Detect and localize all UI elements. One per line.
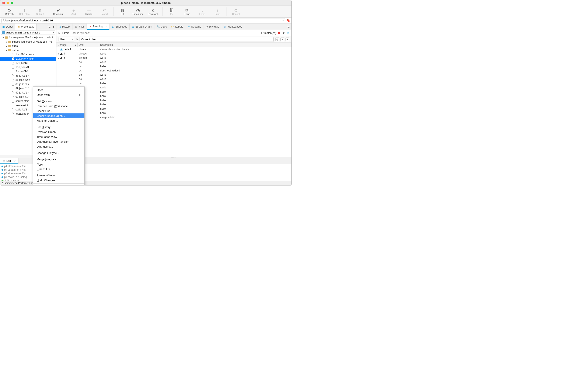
tab-history[interactable]: ◷History — [56, 23, 73, 30]
tab-log-close-icon[interactable]: ⊗ — [13, 159, 16, 162]
tree-expand-icon[interactable]: ▶ — [5, 45, 8, 47]
refresh-button[interactable]: ⟳Refresh — [2, 7, 17, 17]
menu-item[interactable]: Open — [33, 88, 84, 93]
tab-depot[interactable]: ◧ Depot — [0, 23, 15, 30]
row-expand-icon[interactable]: ▶ — [57, 57, 60, 59]
changelist-table[interactable]: defaultpineoc<enter description here>▶4p… — [56, 47, 292, 157]
tree-file[interactable]: 89.js #1/1 < — [0, 82, 56, 86]
column-change[interactable]: Change▴ — [56, 43, 78, 47]
tree-folder[interactable]: ▼/Users/pineoc/Perforce/pineoc_main3 — [0, 35, 56, 40]
table-row[interactable]: ochello — [56, 98, 292, 103]
column-user[interactable]: User — [78, 43, 99, 47]
menu-item[interactable]: Open With▶ — [33, 93, 84, 97]
tab-jobs[interactable]: 🔧Jobs — [154, 23, 169, 30]
table-row[interactable]: ochello — [56, 94, 292, 98]
get-latest-button[interactable]: ⬇Get Latest — [17, 7, 32, 17]
tree-folder[interactable]: ▶pineoc_iyunseog-ui-MacBook-Pro — [0, 40, 56, 44]
menu-item[interactable]: Remove from Workspace — [33, 104, 84, 109]
tab-streams[interactable]: ≋Streams — [185, 23, 203, 30]
filter-icon[interactable]: ▼ — [52, 25, 55, 28]
menu-item[interactable]: Check Out and Open... — [33, 113, 84, 118]
delete-button[interactable]: —Delete — [82, 7, 96, 17]
submit-button[interactable]: ⬆Submit — [32, 7, 47, 17]
menu-item[interactable]: Change Filetype... — [33, 151, 84, 155]
tree-expand-icon[interactable]: ▶ — [5, 49, 8, 52]
tree-expand-icon[interactable]: ▼ — [2, 36, 4, 39]
revgraph-button[interactable]: ⎌Revgraph — [146, 7, 161, 17]
menu-item[interactable]: Copy... — [33, 162, 84, 167]
tree-file[interactable]: 2.json #1/1 — [0, 69, 56, 73]
tab-submitted[interactable]: ▲Submitted — [109, 23, 130, 30]
table-row[interactable]: ocimage added — [56, 115, 292, 119]
add-condition-icon[interactable]: + — [285, 38, 289, 41]
menu-item[interactable]: Diff Against Have Revision — [33, 139, 84, 144]
right-sort-icon[interactable]: ⇅ — [287, 25, 292, 28]
tab-pending[interactable]: ▲Pending⊗ — [87, 23, 109, 30]
condition-field-select[interactable]: User▾ — [59, 37, 74, 42]
table-row[interactable]: ▶5pineocworld — [56, 56, 292, 60]
table-row[interactable]: ochello — [56, 107, 292, 111]
table-row[interactable]: ocworld — [56, 73, 292, 77]
refresh-filter-icon[interactable]: ⟳ — [287, 31, 289, 35]
table-row[interactable]: defaultpineoc<enter description here> — [56, 47, 292, 52]
tree-file[interactable]: 101.js #1/1 — [0, 61, 56, 65]
tree-file[interactable]: 101.json #1 — [0, 65, 56, 69]
menu-item[interactable]: Check Out... — [33, 109, 84, 113]
menu-item[interactable]: Branch File... — [33, 167, 84, 172]
context-menu[interactable]: OpenOpen With▶Get Revision...Remove from… — [33, 86, 85, 186]
fetch-button[interactable]: ↓Fetch — [195, 7, 210, 17]
menu-item[interactable]: Undo Changes... — [33, 178, 84, 183]
revert-button[interactable]: ↶Revert — [97, 7, 112, 17]
menu-item[interactable]: Revision Graph — [33, 130, 84, 134]
sort-icon[interactable]: ⇅ — [48, 25, 51, 28]
table-row[interactable]: ocworld — [56, 85, 292, 90]
diff-button[interactable]: 🗎Diff — [115, 7, 130, 17]
tree-folder[interactable]: ▶subs — [0, 44, 56, 48]
tree-folder[interactable]: ▶subs2 — [0, 48, 56, 52]
checkout-button[interactable]: ✔Checkout — [51, 7, 66, 17]
filter-funnel-icon[interactable]: ▼ — [282, 31, 285, 35]
workspace-combo[interactable]: pineoc_main3 (//stream/main) ▾ — [0, 30, 56, 35]
tab-workspaces[interactable]: 🖥Workspaces — [221, 23, 244, 30]
tab-files[interactable]: 🗎Files — [73, 23, 87, 30]
menu-item[interactable]: Mark for Delete... — [33, 118, 84, 123]
tree-expand-icon[interactable]: ▶ — [5, 41, 8, 43]
push-button[interactable]: ↑Push — [210, 7, 225, 17]
clear-filter-icon[interactable]: ✖ — [278, 31, 280, 35]
table-row[interactable]: ochello — [56, 103, 292, 107]
table-row[interactable]: ochello — [56, 64, 292, 69]
init-button[interactable]: 🗄Init — [164, 7, 179, 17]
tree-file[interactable]: 86.js #2/2 < — [0, 73, 56, 78]
menu-item[interactable]: File History — [33, 125, 84, 130]
tab-log[interactable]: ≣ Log ⊗ — [0, 158, 19, 164]
horizontal-splitter[interactable]: ••••• — [56, 157, 292, 158]
tree-file[interactable]: 1.txt #4/4 <text> — [0, 57, 56, 61]
table-row[interactable]: ochello — [56, 90, 292, 94]
menu-item[interactable]: Diff Against... — [33, 144, 84, 149]
menu-item[interactable]: Label... — [33, 184, 84, 186]
tab-streamgraph[interactable]: ⊞Stream Graph — [130, 23, 154, 30]
menu-item[interactable]: Time-lapse View — [33, 134, 84, 139]
tab-close-icon[interactable]: ⊗ — [105, 25, 107, 28]
table-row[interactable]: ochello — [56, 111, 292, 115]
add-button[interactable]: ＋Add — [66, 7, 81, 17]
tab-p4vutils[interactable]: ⚙p4v utils — [203, 23, 221, 30]
condition-value-input[interactable] — [80, 37, 274, 42]
table-row[interactable]: ochello — [56, 81, 292, 85]
clear-condition-icon[interactable]: ⊗ — [275, 38, 279, 41]
timelapse-button[interactable]: ◔Timelapse — [130, 7, 145, 17]
table-row[interactable]: ▶4pineocworld — [56, 52, 292, 56]
clone-button[interactable]: ⧉Clone — [179, 7, 194, 17]
table-row[interactable]: ocworld — [56, 77, 292, 81]
table-row[interactable]: ocdesc test asdasd — [56, 69, 292, 73]
path-dropdown-button[interactable]: ▾ — [281, 18, 285, 23]
tree-file[interactable]: 86.json #2/2 — [0, 78, 56, 82]
cancel-button[interactable]: ⊘Cancel — [229, 7, 243, 17]
tab-workspace[interactable]: ▣ Workspace — [15, 23, 36, 30]
filter-expand-icon[interactable]: ▶ — [59, 31, 60, 34]
menu-item[interactable]: Get Revision... — [33, 99, 84, 104]
menu-item[interactable]: Rename/Move... — [33, 173, 84, 178]
table-row[interactable]: ocworld — [56, 60, 292, 64]
path-input[interactable] — [1, 18, 281, 23]
column-description[interactable]: Description — [99, 43, 292, 47]
